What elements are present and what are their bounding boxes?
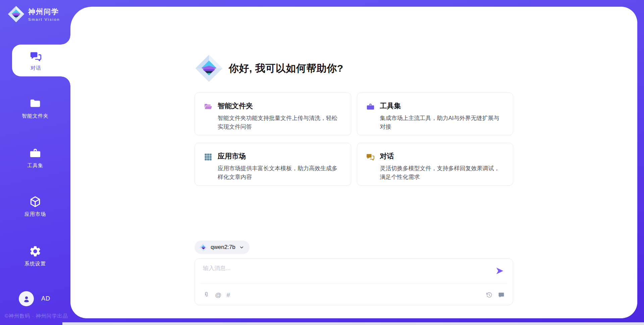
tab-fillet-top [61, 35, 70, 45]
user-account[interactable]: AD [19, 291, 50, 306]
composer-toolbar: @ # [203, 289, 505, 301]
toolbox-icon [366, 102, 375, 111]
greeting-row: 你好, 我可以如何帮助你? [195, 54, 513, 83]
folder-icon [29, 97, 42, 110]
history-icon[interactable] [486, 291, 493, 299]
chat-bubbles-icon [366, 152, 375, 161]
composer-tools-right [486, 291, 505, 299]
message-input[interactable] [203, 264, 485, 281]
send-icon [495, 266, 504, 275]
comment-icon[interactable] [498, 291, 505, 299]
greeting-title: 你好, 我可以如何帮助你? [229, 62, 343, 75]
feature-cards: 智能文件夹 智能文件夹功能支持批量文件上传与清洗，轻松实现文件问答 工具集 集成… [195, 92, 513, 186]
window-edge-strip [62, 322, 644, 325]
card-app-market[interactable]: 应用市场 应用市场提供丰富长文本模板，助力高效生成多样化文章内容 [195, 143, 351, 186]
card-title: 工具集 [380, 101, 502, 111]
main-panel: 你好, 我可以如何帮助你? 智能文件夹 智能文件夹功能支持批量文件上传与清洗，轻… [70, 7, 637, 318]
send-button[interactable] [495, 266, 504, 275]
sidebar-item-app-market[interactable]: 应用市场 [0, 195, 70, 217]
card-description: 集成市场上主流工具，助力AI与外界无缝扩展与对接 [380, 114, 502, 131]
card-toolset[interactable]: 工具集 集成市场上主流工具，助力AI与外界无缝扩展与对接 [357, 92, 514, 135]
model-selector[interactable]: qwen2:7b [195, 241, 250, 254]
card-smart-folder[interactable]: 智能文件夹 智能文件夹功能支持批量文件上传与清洗，轻松实现文件问答 [195, 92, 351, 135]
user-name: AD [41, 295, 50, 302]
composer-divider [200, 283, 507, 284]
card-body: 应用市场 应用市场提供丰富长文本模板，助力高效生成多样化文章内容 [218, 151, 340, 181]
brand-logo: 神州问学 Smart Vision [7, 5, 60, 23]
card-body: 智能文件夹 智能文件夹功能支持批量文件上传与清洗，轻松实现文件问答 [218, 101, 340, 131]
card-title: 智能文件夹 [218, 101, 340, 111]
cube-icon [29, 195, 42, 208]
toolbox-icon [29, 147, 42, 159]
model-name: qwen2:7b [211, 244, 235, 251]
avatar [19, 291, 34, 306]
folder-open-icon [204, 102, 213, 111]
card-title: 对话 [380, 151, 502, 161]
composer-tools-left: @ # [203, 291, 230, 299]
sidebar-item-label: 系统设置 [24, 261, 46, 267]
card-body: 对话 灵活切换多模型文件，支持多样回复效果调试，满足个性化需求 [380, 151, 502, 181]
composer-area: qwen2:7b @ # [195, 241, 513, 305]
sidebar-item-settings[interactable]: 系统设置 [0, 245, 70, 267]
sidebar-item-label: 对话 [31, 65, 41, 71]
gear-icon [29, 245, 42, 258]
card-description: 应用市场提供丰富长文本模板，助力高效生成多样化文章内容 [218, 164, 340, 181]
tab-fillet-bottom [61, 76, 70, 86]
brand-text: 神州问学 Smart Vision [28, 7, 60, 21]
attachment-icon[interactable] [203, 291, 210, 299]
card-body: 工具集 集成市场上主流工具，助力AI与外界无缝扩展与对接 [380, 101, 502, 131]
sidebar-item-smart-folder[interactable]: 智能文件夹 [0, 97, 70, 119]
brand-subtitle: Smart Vision [28, 17, 60, 21]
card-chat[interactable]: 对话 灵活切换多模型文件，支持多样回复效果调试，满足个性化需求 [357, 143, 514, 186]
chat-bubbles-icon [30, 50, 42, 63]
sidebar-item-label: 应用市场 [24, 211, 46, 217]
sidebar-item-toolset[interactable]: 工具集 [0, 147, 70, 169]
person-icon [22, 295, 31, 303]
model-gem-icon [199, 243, 208, 252]
copyright-text: ©神州数码 · 神州问学出品 [5, 313, 68, 319]
assistant-gem-icon [195, 54, 223, 83]
sidebar-item-label: 工具集 [27, 162, 43, 169]
brand-gem-icon [7, 5, 25, 23]
message-composer: @ # [195, 258, 513, 305]
card-description: 智能文件夹功能支持批量文件上传与清洗，轻松实现文件问答 [218, 114, 340, 131]
chevron-down-icon [239, 245, 244, 250]
grid-icon [204, 152, 213, 161]
mention-icon[interactable]: @ [215, 292, 221, 298]
sidebar-item-chat-active[interactable]: 对话 [12, 45, 72, 76]
hashtag-icon[interactable]: # [226, 292, 230, 298]
card-description: 灵活切换多模型文件，支持多样回复效果调试，满足个性化需求 [380, 164, 502, 181]
brand-title: 神州问学 [28, 7, 60, 16]
sidebar-item-label: 智能文件夹 [22, 113, 49, 119]
card-title: 应用市场 [218, 151, 340, 161]
